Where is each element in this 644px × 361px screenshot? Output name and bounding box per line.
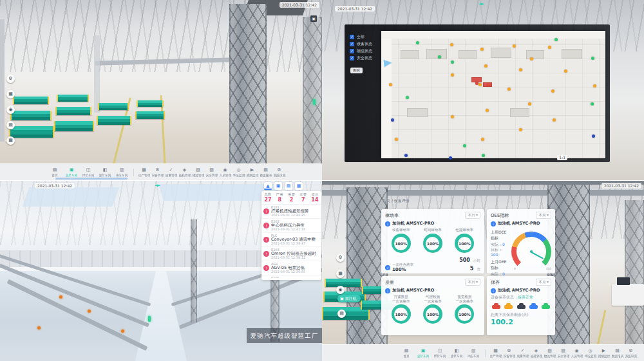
camera-position-arrow[interactable]: [383, 59, 392, 67]
floor-plan[interactable]: [381, 31, 605, 158]
alarm-panel-tab[interactable]: ▤: [285, 182, 292, 190]
status-dot[interactable]: [519, 128, 522, 131]
status-dot[interactable]: [554, 38, 558, 41]
toolbar-item[interactable]: ⚙系统设置: [624, 348, 638, 358]
side-tool-button[interactable]: ▦: [336, 270, 345, 278]
layer-toggle[interactable]: ✓全部: [350, 33, 372, 41]
status-dot[interactable]: [528, 102, 531, 106]
toolbar-item[interactable]: ▣总装车间: [63, 167, 80, 177]
alarm-panel-tab[interactable]: ▣: [274, 182, 282, 190]
alarm-item[interactable]: !E103Omron 控制器连接超时2021-03-31 12:38:12: [261, 247, 321, 261]
toolbar-item[interactable]: ▶视频监控: [245, 167, 259, 177]
viewport-conveyor-3d[interactable]: 2021-03-31 12:42 ◄► ▲▣▤▦ 总数27严重8重要2次要7提示…: [0, 181, 322, 361]
status-dot[interactable]: [451, 60, 454, 64]
toolbar-item[interactable]: ◈能耗管理: [529, 348, 543, 358]
toolbar-item[interactable]: ▥冲压车间: [113, 167, 130, 177]
status-dot[interactable]: [475, 82, 478, 85]
status-dot[interactable]: [451, 73, 454, 77]
alarm-list[interactable]: !E101拧紧机扭矩超差报警2021-03-31 12:42:25!E102中心…: [261, 205, 321, 278]
status-dot[interactable]: [478, 83, 482, 86]
status-dot[interactable]: [449, 156, 452, 160]
side-tool-button[interactable]: ⚙: [6, 75, 15, 83]
status-dot[interactable]: [389, 83, 392, 86]
alarm-item[interactable]: !PLCConveyor-03 通讯中断2021-03-31 12:39:47: [261, 233, 321, 247]
toolbar-item[interactable]: ✓质量管理: [164, 167, 178, 177]
toolbar-item[interactable]: ▦生产管理: [137, 167, 151, 177]
toolbar-item[interactable]: ▧物流管理: [191, 167, 205, 177]
side-tool-button[interactable]: ▤: [6, 121, 15, 129]
toolbar-item[interactable]: ▨安全管理: [556, 348, 570, 358]
side-tool-button[interactable]: ▦: [6, 90, 15, 98]
status-dot[interactable]: [482, 154, 485, 157]
toolbar-item[interactable]: ◉人员管理: [570, 348, 583, 358]
toolbar-item[interactable]: ▧物流管理: [543, 348, 556, 358]
status-dot[interactable]: [530, 57, 533, 60]
status-dot[interactable]: [553, 118, 556, 122]
toolbar-item[interactable]: ▨安全管理: [205, 167, 218, 177]
viewport-equipment-dashboard[interactable]: 2021-03-31 12:42 首页 / 设备详情 稼动率 本日 ▾ i 加注…: [322, 181, 644, 361]
alarm-panel-tab[interactable]: ▲: [264, 182, 272, 190]
status-dot[interactable]: [591, 57, 594, 60]
status-dot[interactable]: [395, 138, 398, 141]
status-dot[interactable]: [593, 84, 596, 88]
toolbar-item[interactable]: ⚙设备管理: [502, 348, 516, 358]
range-select[interactable]: 本月 ▾: [536, 279, 551, 286]
toolbar-item[interactable]: ▤首页: [398, 348, 415, 358]
status-dot[interactable]: [592, 134, 595, 138]
toolbar-item[interactable]: ◈能耗管理: [178, 167, 191, 177]
status-dot[interactable]: [451, 115, 454, 118]
status-dot[interactable]: [404, 154, 408, 157]
toolbar-item[interactable]: ⚙设备管理: [151, 167, 164, 177]
minimap-toggle-icon[interactable]: ▣: [310, 15, 317, 22]
legend-button[interactable]: 图例: [350, 68, 363, 73]
viewport-floorplan-map[interactable]: ✓全部✓设备状态✓物流状态✓安全状态 图例 1:1 2021-03-31 12:…: [322, 0, 644, 180]
alarm-item[interactable]: !E105涂胶机胶量不足告警2021-03-31 12:35:21: [261, 275, 321, 278]
status-dot[interactable]: [450, 43, 453, 46]
status-dot[interactable]: [406, 96, 409, 99]
toolbar-item[interactable]: ✓质量管理: [516, 348, 529, 358]
toolbar-item[interactable]: ⚙系统设置: [272, 167, 286, 177]
layer-toggle[interactable]: ✓物流状态: [350, 48, 372, 55]
layer-toggle[interactable]: ✓安全状态: [350, 55, 372, 62]
toolbar-item[interactable]: ▣总装车间: [415, 348, 431, 358]
range-select[interactable]: 本周 ▾: [536, 212, 551, 219]
side-tool-button[interactable]: ◉: [336, 286, 345, 294]
status-dot[interactable]: [486, 109, 489, 112]
status-dot[interactable]: [484, 64, 488, 68]
toolbar-item[interactable]: ◉人员管理: [218, 167, 232, 177]
layer-toggle[interactable]: ✓设备状态: [350, 41, 372, 48]
status-dot[interactable]: [480, 48, 484, 51]
status-dot[interactable]: [416, 41, 419, 44]
side-tool-button[interactable]: ▤: [337, 310, 346, 318]
status-dot[interactable]: [391, 118, 394, 122]
toolbar-item[interactable]: ◧涂装车间: [448, 348, 465, 358]
alarm-item[interactable]: !AGVAGV-05 电量过低2021-03-31 12:36:55: [261, 261, 321, 275]
device-tag-pill[interactable]: ▣ 加注机: [337, 295, 361, 302]
status-dot[interactable]: [551, 89, 554, 93]
toolbar-item[interactable]: ▤首页: [46, 167, 63, 177]
toolbar-item[interactable]: ◎环境监测: [232, 167, 245, 177]
alarm-item[interactable]: !E102中心供料压力异常2021-03-31 12:41:18: [261, 219, 321, 233]
status-dot[interactable]: [564, 69, 567, 73]
status-dot[interactable]: [519, 68, 522, 71]
status-dot[interactable]: [507, 88, 511, 91]
status-dot[interactable]: [481, 138, 484, 141]
range-select[interactable]: 本日 ▾: [465, 212, 480, 219]
toolbar-item[interactable]: ◎环境监测: [583, 348, 597, 358]
toolbar-scrollbar[interactable]: [55, 178, 128, 180]
viewport-hall-3d[interactable]: 2021-03-31 12:42 ▣ ⚙▦◉▤▩ ▤首页▣总装车间◫焊装车间◧涂…: [0, 0, 322, 180]
toolbar-item[interactable]: ▦生产管理: [489, 348, 502, 358]
toolbar-item[interactable]: ◧涂装车间: [97, 167, 113, 177]
toolbar-item[interactable]: ◫焊装车间: [80, 167, 97, 177]
toolbar-item[interactable]: ▤数据报表: [259, 167, 272, 177]
side-tool-button[interactable]: ◉: [6, 106, 15, 114]
status-dot[interactable]: [591, 102, 594, 106]
status-dot[interactable]: [487, 84, 490, 87]
alarm-panel-tab[interactable]: ▦: [295, 182, 303, 190]
toolbar-item[interactable]: ◫焊装车间: [431, 348, 448, 358]
range-select[interactable]: 本日 ▾: [465, 279, 480, 286]
toolbar-item[interactable]: ▤数据报表: [611, 348, 624, 358]
status-dot[interactable]: [548, 46, 551, 49]
status-dot[interactable]: [438, 55, 441, 59]
toolbar-item[interactable]: ▶视频监控: [597, 348, 611, 358]
